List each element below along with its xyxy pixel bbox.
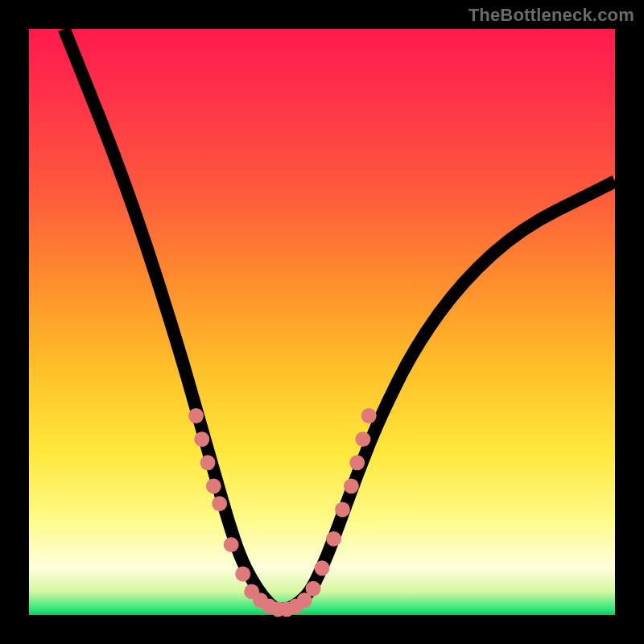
marker-dot: [335, 502, 350, 517]
chart-frame: TheBottleneck.com: [0, 0, 644, 644]
chart-svg: [29, 29, 615, 615]
marker-dot: [326, 531, 341, 547]
marker-dot: [200, 455, 216, 470]
marker-dot: [306, 581, 321, 597]
bottleneck-curve-line: [64, 29, 615, 609]
marker-dot: [194, 431, 209, 447]
marker-dot: [188, 408, 204, 423]
marker-dot: [206, 478, 221, 493]
watermark-text: TheBottleneck.com: [469, 5, 634, 26]
marker-dot: [349, 455, 365, 470]
marker-dot: [212, 496, 227, 511]
marker-dots-group: [188, 408, 377, 617]
marker-dot: [361, 408, 377, 423]
marker-dot: [224, 537, 239, 552]
marker-dot: [344, 478, 359, 493]
marker-dot: [315, 560, 330, 576]
marker-dot: [235, 567, 250, 582]
marker-dot: [355, 431, 370, 447]
